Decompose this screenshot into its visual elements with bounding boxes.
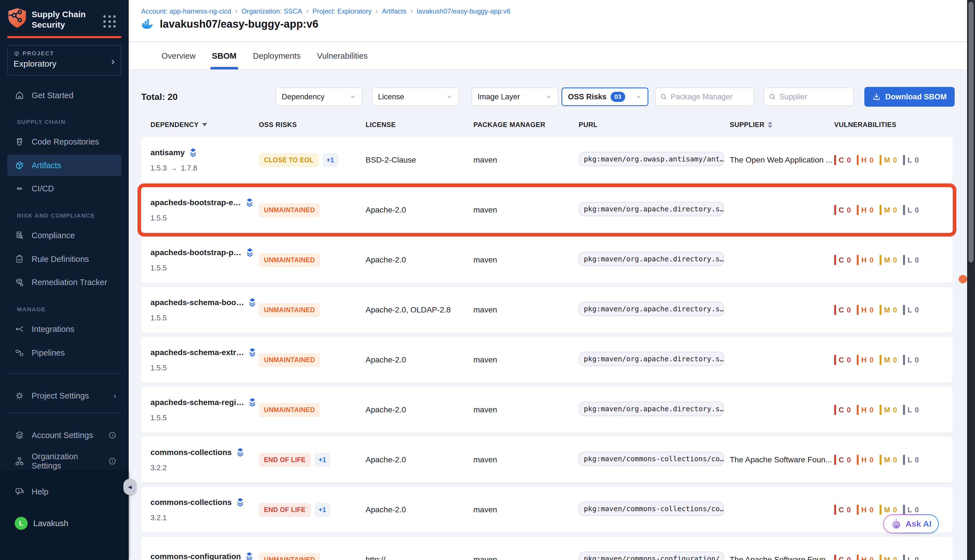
purl-pill[interactable]: pkg:maven/commons-collections/co… (579, 452, 724, 466)
sidebar-item-help[interactable]: ? Help (7, 481, 122, 502)
breadcrumb-project[interactable]: Project: Exploratory (312, 7, 372, 15)
layers-icon[interactable] (248, 348, 257, 357)
breadcrumb-artifacts[interactable]: Artifacts (382, 7, 407, 15)
sidebar-item-pipelines[interactable]: Pipelines (7, 342, 122, 363)
section-risk-compliance: RISK AND COMPLIANCE (17, 212, 95, 219)
layers-icon[interactable] (236, 448, 245, 457)
purl-pill[interactable]: pkg:maven/org.owasp.antisamy/ant… (579, 152, 724, 166)
license-filter-select[interactable]: License (372, 88, 459, 106)
table-row[interactable]: apacheds-bootstrap-e… 1.5.5 UNMAINTAINED… (141, 187, 953, 233)
table-row[interactable]: apacheds-schema-regi… 1.5.5 UNMAINTAINED… (141, 387, 953, 433)
ask-ai-button[interactable]: Ask AI (883, 514, 939, 533)
purl-cell: pkg:maven/commons-configuration/… (579, 552, 730, 560)
table-row[interactable]: commons-collections 3.2.1 END OF LIFE +1… (141, 487, 953, 533)
critical-count: C0 (834, 305, 851, 315)
oss-risks-cell: END OF LIFE +1 (259, 503, 365, 517)
user-menu[interactable]: L Lavakush (7, 513, 122, 534)
table-row[interactable]: apacheds-bootstrap-p… 1.5.5 UNMAINTAINED… (141, 237, 953, 283)
chevron-right-icon: › (113, 391, 116, 400)
col-purl: PURL (579, 121, 730, 129)
sidebar-collapse-handle[interactable]: ◀ (123, 479, 136, 495)
package-manager-cell: maven (473, 455, 579, 464)
more-risks-badge[interactable]: +1 (323, 153, 338, 167)
app-switcher-icon[interactable] (103, 15, 116, 28)
docker-icon (141, 19, 154, 29)
purl-pill[interactable]: pkg:maven/commons-collections/co… (579, 502, 724, 516)
critical-count: C0 (834, 355, 851, 365)
risk-badges: UNMAINTAINED (259, 253, 320, 267)
dependency-filter-select[interactable]: Dependency (275, 88, 362, 106)
table-row[interactable]: antisamy 1.5.3 → 1.7.8 CLOSE TO EOL +1 B… (141, 137, 953, 183)
sort-toggle-icon[interactable] (768, 122, 772, 128)
purl-pill[interactable]: pkg:maven/org.apache.directory.s… (579, 302, 724, 316)
sidebar-item-code-repositories[interactable]: Code Repositories (7, 131, 122, 152)
oss-risks-filter-select[interactable]: OSS Risks 03 (562, 88, 648, 106)
vulnerabilities-cell: C0 H0 M0 L0 (834, 555, 947, 560)
download-sbom-button[interactable]: Download SBOM (864, 87, 955, 107)
table-row[interactable]: commons-configuration UNMAINTAINED http:… (141, 537, 953, 560)
notification-dot[interactable] (958, 275, 967, 283)
purl-pill[interactable]: pkg:maven/org.apache.directory.s… (579, 402, 724, 416)
purl-pill[interactable]: pkg:maven/org.apache.directory.s… (579, 252, 724, 266)
breadcrumb-artifact-name[interactable]: lavakush07/easy-buggy-app:v6 (417, 7, 510, 15)
image-layer-filter-select[interactable]: Image Layer (472, 88, 558, 106)
package-manager-cell: maven (473, 355, 579, 364)
sidebar-item-cicd[interactable]: CI/CD (7, 178, 122, 199)
purl-pill[interactable]: pkg:maven/org.apache.directory.s… (579, 352, 724, 366)
layers-icon[interactable] (236, 498, 245, 507)
table-row[interactable]: apacheds-schema-extr… 1.5.5 UNMAINTAINED… (141, 337, 953, 383)
breadcrumb-organization[interactable]: Organization: SSCA (242, 7, 302, 15)
info-icon[interactable] (108, 431, 116, 439)
breadcrumb-account[interactable]: Account: app-harness-ng-cicd (141, 7, 231, 15)
info-icon[interactable] (108, 457, 116, 465)
tab-overview[interactable]: Overview (162, 42, 196, 70)
code-repo-icon (15, 137, 24, 147)
page-title: lavakush07/easy-buggy-app:v6 (160, 18, 318, 30)
vulnerabilities-cell: C0 H0 M0 L0 (834, 455, 947, 465)
purl-cell: pkg:maven/org.apache.directory.s… (579, 302, 730, 318)
more-risks-badge[interactable]: +1 (315, 453, 330, 467)
scrollbar-thumb[interactable] (968, 2, 973, 262)
more-risks-badge[interactable]: +1 (315, 503, 330, 517)
sidebar-item-project-settings[interactable]: Project Settings › (7, 385, 122, 407)
vulnerabilities-cell: C0 H0 M0 L0 (834, 255, 947, 265)
scrollbar-track[interactable] (967, 0, 975, 560)
layers-icon[interactable] (248, 298, 257, 307)
sidebar-item-remediation-tracker[interactable]: Remediation Tracker (7, 272, 122, 293)
table-row[interactable]: apacheds-schema-boo… 1.5.5 UNMAINTAINED … (141, 287, 953, 333)
dependency-name: commons-configuration (150, 552, 241, 560)
package-manager-cell: maven (473, 255, 579, 265)
tab-vulnerabilities[interactable]: Vulnerabilities (317, 42, 368, 70)
col-license: LICENSE (365, 121, 473, 129)
sidebar-item-get-started[interactable]: Get Started (7, 85, 122, 106)
sidebar-item-organization-settings[interactable]: Organization Settings (7, 450, 122, 472)
oss-risks-count-badge: 03 (610, 92, 625, 102)
layers-icon[interactable] (245, 198, 254, 207)
project-name: Exploratory (13, 59, 115, 68)
layers-icon[interactable] (188, 148, 198, 158)
sidebar-item-artifacts[interactable]: Artifacts (7, 155, 122, 176)
low-count: L0 (903, 205, 919, 215)
tab-deployments[interactable]: Deployments (253, 42, 301, 70)
tab-sbom[interactable]: SBOM (212, 42, 237, 70)
col-supplier: SUPPLIER (730, 121, 834, 129)
package-manager-cell: maven (473, 505, 579, 514)
layers-icon[interactable] (245, 552, 254, 560)
supplier-input[interactable] (779, 93, 849, 101)
sidebar-item-rule-definitions[interactable]: Rule Definitions (7, 248, 122, 270)
sidebar-item-account-settings[interactable]: Account Settings (7, 425, 122, 446)
dependency-cell: apacheds-bootstrap-p… 1.5.5 (150, 248, 259, 272)
layers-icon[interactable] (245, 248, 254, 257)
table-row[interactable]: commons-collections 3.2.2 END OF LIFE +1… (141, 437, 953, 483)
supplier-cell: The Open Web Application ... (730, 155, 834, 165)
license-cell: Apache-2.0 (365, 205, 473, 215)
sort-descending-icon[interactable] (202, 123, 207, 127)
sidebar-item-integrations[interactable]: Integrations (7, 318, 122, 340)
layers-icon[interactable] (248, 398, 257, 407)
sidebar-item-compliance[interactable]: Compliance (7, 225, 122, 246)
package-manager-input[interactable] (671, 93, 749, 101)
divider (7, 373, 122, 374)
purl-pill[interactable]: pkg:maven/org.apache.directory.s… (579, 202, 724, 216)
purl-pill[interactable]: pkg:maven/commons-configuration/… (579, 552, 724, 560)
project-selector[interactable]: PROJECT Exploratory › (7, 45, 122, 76)
